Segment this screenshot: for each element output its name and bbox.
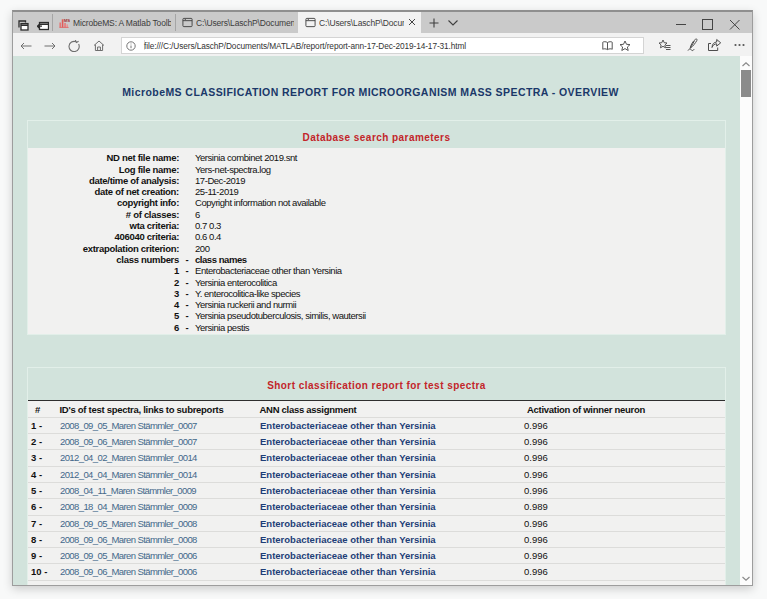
svg-text:MS: MS (64, 18, 70, 23)
